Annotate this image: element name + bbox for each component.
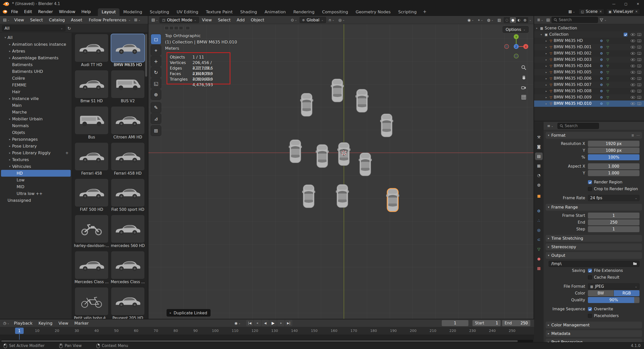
operator-redo-panel[interactable]: ▸ Duplicate Linked [167,309,211,317]
expand-arrow-icon[interactable]: ▸ [546,44,547,50]
aspect-y-field[interactable]: 1.000 [588,170,639,176]
hide-eye-icon[interactable] [631,90,635,92]
shading-solid-icon[interactable]: ● [510,17,516,23]
catalog-item-pose-library-riggly[interactable]: ▸Pose Library Riggly+ [1,149,71,156]
modifier-wrench-icon[interactable]: ⚙ [600,44,603,50]
disable-render-camera-icon[interactable] [637,90,641,92]
tool-add-cube[interactable]: ⊞ [151,126,161,136]
car-object[interactable] [302,184,315,209]
mesh-data-icon[interactable]: ▽ [607,75,609,82]
properties-tab-view-layer[interactable]: ▦ [535,162,543,170]
display-settings-icon[interactable]: ⊞⌄ [133,18,142,22]
stereoscopy-panel-header[interactable]: ▸ Stereoscopy [546,243,642,250]
catalog-item-batiments[interactable]: Batiments [1,61,71,68]
workspace-tab-rendering[interactable]: Rendering [290,8,318,16]
workspace-tab-shading[interactable]: Shading [236,8,261,16]
viewport-menu-view[interactable]: View [199,16,215,24]
menu-help[interactable]: Help [78,8,94,16]
filter-icon[interactable]: ⌄ [598,18,608,22]
tool-scale[interactable]: ◱ [151,78,161,88]
viewport-menu-object[interactable]: Object [248,16,267,24]
workspace-tab-geometry-nodes[interactable]: Geometry Nodes [352,8,394,16]
expand-arrow-icon[interactable]: ▸ [8,117,12,121]
expand-arrow-icon[interactable]: ▸ [8,158,12,161]
time-stretching-panel-header[interactable]: ▸ Time Stretching [546,235,642,242]
frame-start-field[interactable]: Start 1 [472,320,501,326]
gizmo-preset-icon[interactable] [174,26,178,30]
properties-tab-physics[interactable]: ◎ [535,226,543,234]
gizmos-icon[interactable]: ⌖⌄ [476,18,485,22]
snap-magnet-icon[interactable]: ∩⌄ [327,18,336,22]
editor-type-icon[interactable]: ◷⌄ [2,321,11,325]
modifier-wrench-icon[interactable]: ⚙ [600,101,603,107]
quality-slider[interactable]: 90% [588,297,639,303]
presets-icon[interactable]: ≣ [631,133,634,137]
outliner-item-collection[interactable]: ▾▣Collection [534,31,644,38]
catalog-item-animation-sc-nes-instance[interactable]: ▸Animation scènes instance [1,41,71,48]
file-format-dropdown[interactable]: ▦ JPEG⌄ [588,283,639,289]
catalog-item-arbres[interactable]: ▸Arbres [1,48,71,55]
catalog-item-mid[interactable]: MID [1,183,71,190]
frame-rate-dropdown[interactable]: 24 fps⌄ [588,195,639,201]
modifier-wrench-icon[interactable]: ⚙ [600,69,603,75]
shading-wireframe-icon[interactable]: ◌ [504,17,510,23]
hide-eye-icon[interactable] [631,46,635,48]
post-processing-panel-header[interactable]: ▸ Post Processing [546,339,642,342]
expand-arrow-icon[interactable]: ▸ [546,88,547,94]
properties-tab-data[interactable]: ▽ [535,245,543,253]
color-bw-option[interactable]: BW [588,290,614,296]
unlink-scene-icon[interactable]: ✕ [599,10,602,13]
resolution-percent-slider[interactable]: 100% [588,154,639,160]
properties-tab-modifiers[interactable]: ⚙ [535,207,543,215]
gizmo-preset-icon[interactable] [186,26,190,30]
add-catalog-icon[interactable]: + [65,151,71,155]
proportional-editing-icon[interactable]: ◎⌄ [337,18,346,22]
car-object-selected[interactable] [386,188,399,212]
color-management-panel-header[interactable]: ▸ Color Management [546,322,642,328]
mesh-data-icon[interactable]: ▽ [607,82,609,88]
editor-type-icon[interactable]: ≣⌄ [536,18,545,22]
asset-citroen-ami-hd[interactable]: Citroen AMI HD [110,107,145,142]
car-object[interactable] [336,184,349,208]
asset-audi-tt-hd[interactable]: Audi TT HD [74,34,109,69]
outliner-item-bmw-m635-hd-003[interactable]: ▸▽BMW M635 HD.003⚙▽ [534,57,644,63]
editor-type-icon[interactable]: ▤⌄ [2,18,11,22]
overwrite-checkbox[interactable]: Overwrite [588,307,639,311]
catalog-item-mobilier-urbain[interactable]: ▸Mobilier Urbain [1,116,71,122]
tool-cursor[interactable]: ⌖ [151,45,161,55]
frame-end-field[interactable]: 250 [588,219,639,225]
tool-annotate[interactable]: ✎ [151,103,161,113]
asset-menu-view[interactable]: View [11,16,27,24]
crop-to-render-region-checkbox[interactable]: Crop to Render Region [588,187,639,191]
display-mode-icon[interactable]: ▤ [545,18,551,22]
modifier-wrench-icon[interactable]: ⚙ [600,50,603,57]
shading-material-icon[interactable]: ◐ [516,17,522,23]
previous-keyframe-button[interactable]: « [254,320,261,326]
asset-mercedes-class[interactable]: Mercedes Class ... [74,251,109,286]
jump-to-start-button[interactable]: |◀ [246,320,253,326]
add-workspace-button[interactable]: + [420,8,429,15]
asset-harley-davidson[interactable]: harley-davidson-... [74,215,109,250]
grid-toggle-icon[interactable] [520,93,528,101]
gizmo-preset-icon[interactable] [165,26,169,30]
render-region-checkbox[interactable]: Render Region [588,180,639,184]
expand-arrow-icon[interactable]: ▸ [546,57,547,63]
color-rgb-option[interactable]: RGB [614,290,639,296]
tool-select-box[interactable]: ◻ [151,34,161,44]
disable-render-camera-icon[interactable] [637,33,641,36]
placeholders-checkbox[interactable]: Placeholders [588,314,639,318]
resolution-y-field[interactable]: 1080 px [588,147,639,154]
tool-measure[interactable]: ⊿ [151,114,161,124]
asset-bus[interactable]: Bus [74,107,109,142]
menu-render[interactable]: Render [35,8,56,16]
outliner-item-bmw-m635-hd-008[interactable]: ▸▽BMW M635 HD.008⚙▽ [534,88,644,94]
viewport-canvas[interactable]: ◻⌖+↻◱⊕✎⊿⊞ Top Orthographic (1) Collectio… [148,24,534,319]
expand-arrow-icon[interactable]: ▸ [546,94,547,101]
catalog-item-instance-ville[interactable]: ▸Instance ville [1,95,71,102]
catalog-item-all[interactable]: ▾All [1,34,71,41]
outliner-item-bmw-m635-hd-009[interactable]: ▸▽BMW M635 HD.009⚙▽ [534,94,644,101]
mode-dropdown[interactable]: ◳ Object Mode⌄ [159,17,199,23]
cache-result-checkbox[interactable]: Cache Result [588,275,639,280]
car-object[interactable] [380,113,393,138]
properties-tab-world[interactable]: ◍ [535,181,543,189]
